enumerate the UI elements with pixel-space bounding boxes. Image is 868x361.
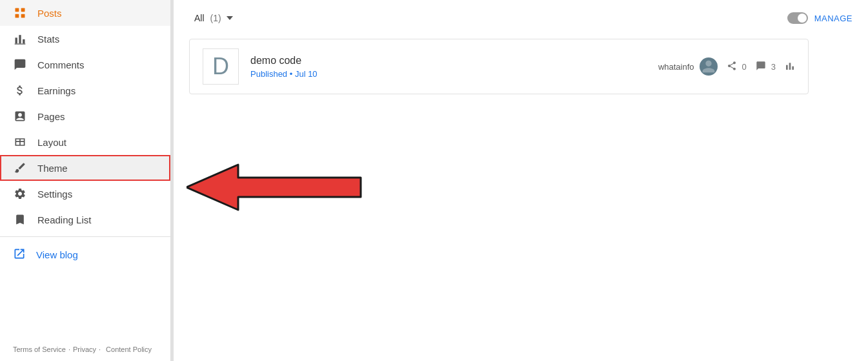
sidebar: Posts Stats Comments Earnings Pages Layo…: [0, 0, 171, 361]
comment-count: 3: [771, 62, 776, 72]
privacy-link[interactable]: Privacy: [73, 346, 96, 353]
footer-sep1: ·: [68, 346, 70, 353]
post-status: Published: [250, 69, 287, 79]
avatar: [700, 57, 718, 76]
sidebar-item-pages[interactable]: Pages: [0, 103, 170, 129]
sidebar-item-theme-label: Theme: [37, 163, 68, 174]
comments-icon: [13, 58, 27, 71]
post-card[interactable]: D demo code Published • Jul 10 whatainfo: [189, 39, 809, 94]
sidebar-item-settings[interactable]: Settings: [0, 181, 170, 207]
view-blog-item[interactable]: View blog: [0, 241, 170, 269]
sidebar-item-posts[interactable]: Posts: [0, 0, 170, 26]
post-actions: whatainfo 0 3: [658, 57, 795, 76]
sidebar-item-reading-list[interactable]: Reading List: [0, 207, 170, 232]
sidebar-item-theme[interactable]: Theme: [0, 155, 170, 181]
post-meta-separator: •: [290, 69, 295, 79]
sidebar-item-pages-label: Pages: [37, 111, 65, 122]
layout-icon: [13, 136, 27, 149]
sidebar-item-earnings-label: Earnings: [37, 85, 76, 96]
svg-rect-6: [23, 39, 25, 44]
sidebar-item-settings-label: Settings: [37, 189, 72, 200]
arrow-annotation: [187, 161, 367, 216]
svg-rect-4: [15, 37, 17, 43]
sidebar-item-posts-label: Posts: [37, 8, 62, 19]
earnings-icon: [13, 84, 27, 97]
svg-rect-0: [15, 8, 19, 12]
svg-marker-11: [187, 165, 361, 210]
manage-button[interactable]: MANAGE: [787, 12, 853, 24]
settings-icon: [13, 187, 27, 200]
sidebar-item-reading-list-label: Reading List: [37, 214, 91, 225]
share-count: 0: [742, 62, 747, 72]
sidebar-item-layout-label: Layout: [37, 137, 66, 148]
post-thumbnail: D: [203, 48, 239, 85]
manage-label: MANAGE: [814, 14, 853, 23]
view-blog-label: View blog: [36, 249, 78, 260]
svg-rect-5: [19, 35, 21, 43]
post-info: demo code Published • Jul 10: [250, 55, 647, 79]
reading-list-icon: [13, 213, 27, 226]
share-icon: [727, 61, 737, 73]
svg-rect-10: [792, 66, 794, 69]
chevron-down-icon: [227, 16, 233, 20]
sidebar-item-earnings[interactable]: Earnings: [0, 77, 170, 103]
filter-label: All: [194, 13, 205, 23]
sidebar-item-comments[interactable]: Comments: [0, 52, 170, 77]
sidebar-divider: [0, 236, 170, 237]
svg-rect-7: [15, 44, 26, 45]
comment-icon: [756, 61, 766, 73]
view-blog-icon: [13, 247, 26, 262]
svg-rect-8: [786, 65, 788, 69]
sidebar-item-layout[interactable]: Layout: [0, 129, 170, 155]
post-meta: Published • Jul 10: [250, 69, 647, 79]
sidebar-footer: Terms of Service · Privacy · Content Pol…: [0, 338, 170, 361]
toggle-icon: [787, 12, 808, 24]
pages-icon: [13, 110, 27, 123]
svg-rect-9: [789, 63, 791, 70]
posts-icon: [13, 6, 27, 19]
sidebar-item-comments-label: Comments: [37, 59, 85, 70]
svg-rect-3: [21, 14, 25, 18]
theme-icon: [13, 161, 27, 174]
sidebar-item-stats[interactable]: Stats: [0, 26, 170, 52]
footer-sep2: ·: [99, 346, 101, 353]
svg-rect-1: [21, 8, 25, 12]
sidebar-item-stats-label: Stats: [37, 34, 59, 45]
post-date: Jul 10: [295, 69, 318, 79]
svg-rect-2: [15, 14, 19, 18]
post-title: demo code: [250, 55, 647, 67]
filter-bar: All (1) MANAGE: [189, 10, 853, 26]
stats-icon: [13, 32, 27, 45]
chart-icon: [785, 61, 795, 73]
post-thumbnail-letter: D: [212, 53, 229, 80]
filter-count: (1): [210, 13, 221, 23]
author-area: whatainfo: [658, 57, 718, 76]
filter-dropdown[interactable]: All (1): [189, 10, 238, 26]
main-content: All (1) MANAGE D demo code Published • J…: [174, 0, 868, 361]
stats-area: 0 3: [727, 61, 795, 73]
content-policy-link[interactable]: Content Policy: [106, 346, 152, 353]
terms-link[interactable]: Terms of Service: [13, 346, 66, 353]
author-name: whatainfo: [658, 62, 694, 72]
